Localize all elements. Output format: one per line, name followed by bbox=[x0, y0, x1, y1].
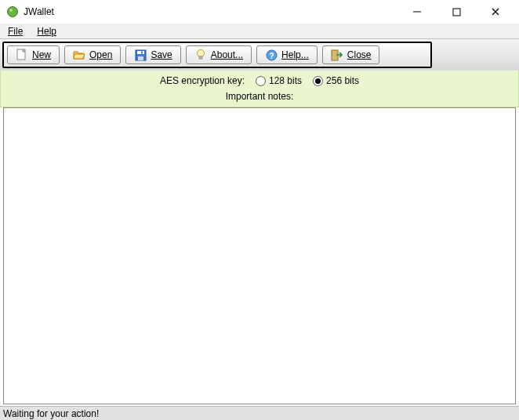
new-file-icon bbox=[16, 49, 28, 61]
floppy-disk-icon bbox=[134, 49, 147, 61]
help-button[interactable]: ? Help... bbox=[256, 45, 318, 64]
menu-file[interactable]: File bbox=[3, 25, 27, 38]
about-button[interactable]: About... bbox=[186, 45, 252, 64]
new-button-label: New bbox=[32, 49, 51, 60]
svg-rect-13 bbox=[199, 56, 202, 59]
help-button-label: Help... bbox=[281, 49, 309, 60]
radio-icon bbox=[313, 76, 323, 86]
radio-256-bits[interactable]: 256 bits bbox=[313, 75, 359, 86]
svg-rect-9 bbox=[137, 51, 144, 54]
svg-rect-10 bbox=[138, 56, 143, 60]
menubar: File Help bbox=[0, 24, 519, 39]
notes-textarea[interactable] bbox=[3, 107, 516, 404]
close-button-label: Close bbox=[347, 49, 372, 60]
save-button[interactable]: Save bbox=[125, 45, 180, 64]
open-button-label: Open bbox=[89, 49, 112, 60]
notes-heading: Important notes: bbox=[226, 91, 294, 102]
radio-128-bits[interactable]: 128 bits bbox=[256, 75, 302, 86]
toolbar: New Open Save About... ? Help... bbox=[2, 42, 432, 68]
close-button[interactable]: Close bbox=[322, 45, 380, 64]
window-controls bbox=[406, 2, 513, 21]
about-button-label: About... bbox=[211, 49, 243, 60]
svg-rect-11 bbox=[141, 51, 143, 53]
toolbar-container: New Open Save About... ? Help... bbox=[0, 39, 519, 71]
help-icon: ? bbox=[265, 49, 278, 61]
encryption-row: AES encryption key: 128 bits 256 bits bbox=[160, 75, 359, 86]
close-window-button[interactable] bbox=[485, 2, 506, 21]
lightbulb-icon bbox=[194, 49, 207, 61]
titlebar: JWallet bbox=[0, 0, 519, 24]
minimize-button[interactable] bbox=[406, 2, 428, 21]
radio-256-label: 256 bits bbox=[326, 75, 359, 86]
app-icon bbox=[6, 5, 19, 18]
new-button[interactable]: New bbox=[7, 45, 60, 64]
exit-icon bbox=[331, 49, 343, 61]
svg-text:?: ? bbox=[269, 51, 274, 60]
svg-rect-3 bbox=[453, 9, 460, 16]
encryption-label: AES encryption key: bbox=[160, 75, 245, 86]
save-button-label: Save bbox=[151, 49, 172, 60]
maximize-button[interactable] bbox=[445, 2, 467, 21]
svg-point-0 bbox=[8, 7, 18, 17]
menu-help[interactable]: Help bbox=[32, 25, 61, 38]
info-panel: AES encryption key: 128 bits 256 bits Im… bbox=[0, 71, 519, 107]
radio-icon bbox=[256, 76, 266, 86]
open-button[interactable]: Open bbox=[64, 45, 121, 64]
folder-open-icon bbox=[73, 49, 85, 61]
svg-point-1 bbox=[9, 9, 12, 11]
status-bar: Waiting for your action! bbox=[0, 406, 519, 420]
status-text: Waiting for your action! bbox=[3, 408, 99, 419]
svg-point-12 bbox=[197, 50, 204, 57]
radio-128-label: 128 bits bbox=[269, 75, 302, 86]
app-title: JWallet bbox=[24, 6, 54, 17]
